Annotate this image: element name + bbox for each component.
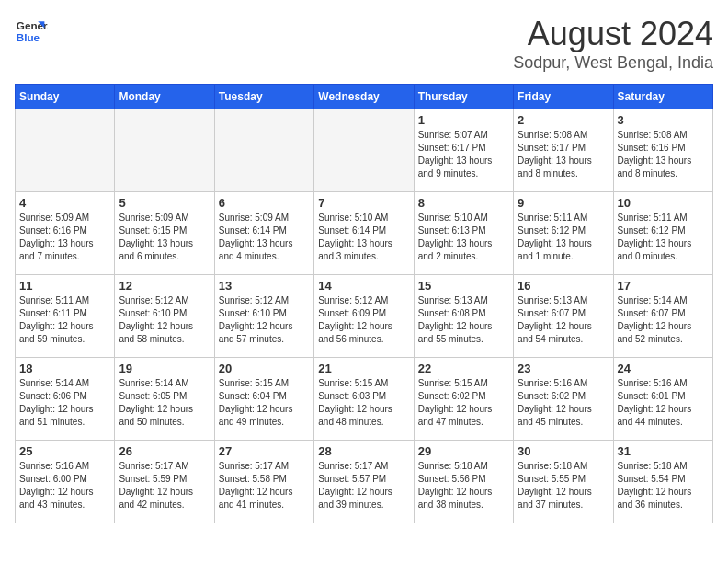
day-number: 13 <box>219 279 310 293</box>
calendar-cell: 18Sunrise: 5:14 AM Sunset: 6:06 PM Dayli… <box>16 358 115 441</box>
day-number: 2 <box>518 113 609 127</box>
column-header-thursday: Thursday <box>414 85 513 109</box>
column-header-monday: Monday <box>115 85 214 109</box>
calendar-cell <box>115 109 214 192</box>
day-number: 22 <box>418 362 509 375</box>
calendar-cell: 23Sunrise: 5:16 AM Sunset: 6:02 PM Dayli… <box>514 358 613 441</box>
day-info: Sunrise: 5:13 AM Sunset: 6:08 PM Dayligh… <box>418 294 509 346</box>
calendar-cell: 19Sunrise: 5:14 AM Sunset: 6:05 PM Dayli… <box>115 358 214 441</box>
day-info: Sunrise: 5:16 AM Sunset: 6:01 PM Dayligh… <box>618 377 709 429</box>
main-title: August 2024 <box>513 15 713 53</box>
day-info: Sunrise: 5:18 AM Sunset: 5:55 PM Dayligh… <box>518 460 609 511</box>
day-number: 17 <box>618 279 709 293</box>
day-info: Sunrise: 5:08 AM Sunset: 6:16 PM Dayligh… <box>618 129 709 180</box>
calendar-cell: 11Sunrise: 5:11 AM Sunset: 6:11 PM Dayli… <box>16 275 115 358</box>
calendar-cell: 26Sunrise: 5:17 AM Sunset: 5:59 PM Dayli… <box>115 441 214 523</box>
day-info: Sunrise: 5:09 AM Sunset: 6:16 PM Dayligh… <box>19 212 110 263</box>
calendar-cell <box>314 109 414 192</box>
day-number: 11 <box>19 279 110 293</box>
logo-icon: General Blue <box>15 15 48 48</box>
day-info: Sunrise: 5:10 AM Sunset: 6:13 PM Dayligh… <box>418 212 509 263</box>
calendar-cell: 15Sunrise: 5:13 AM Sunset: 6:08 PM Dayli… <box>414 275 513 358</box>
calendar-cell: 2Sunrise: 5:08 AM Sunset: 6:17 PM Daylig… <box>514 109 613 192</box>
calendar-cell: 28Sunrise: 5:17 AM Sunset: 5:57 PM Dayli… <box>314 441 414 523</box>
day-info: Sunrise: 5:17 AM Sunset: 5:58 PM Dayligh… <box>219 460 310 511</box>
day-info: Sunrise: 5:09 AM Sunset: 6:15 PM Dayligh… <box>119 212 210 263</box>
svg-text:Blue: Blue <box>17 31 40 43</box>
column-header-wednesday: Wednesday <box>314 85 414 109</box>
day-info: Sunrise: 5:11 AM Sunset: 6:12 PM Dayligh… <box>518 212 609 263</box>
day-number: 6 <box>219 196 310 210</box>
day-info: Sunrise: 5:08 AM Sunset: 6:17 PM Dayligh… <box>518 129 609 180</box>
calendar-cell: 10Sunrise: 5:11 AM Sunset: 6:12 PM Dayli… <box>613 192 712 275</box>
day-info: Sunrise: 5:12 AM Sunset: 6:09 PM Dayligh… <box>318 294 409 346</box>
day-info: Sunrise: 5:18 AM Sunset: 5:56 PM Dayligh… <box>418 460 509 511</box>
day-number: 31 <box>618 444 709 458</box>
day-info: Sunrise: 5:14 AM Sunset: 6:06 PM Dayligh… <box>19 377 110 429</box>
day-number: 28 <box>318 444 409 458</box>
week-row-4: 18Sunrise: 5:14 AM Sunset: 6:06 PM Dayli… <box>16 358 713 441</box>
day-info: Sunrise: 5:15 AM Sunset: 6:04 PM Dayligh… <box>219 377 310 429</box>
day-number: 29 <box>418 444 509 458</box>
calendar-cell: 1Sunrise: 5:07 AM Sunset: 6:17 PM Daylig… <box>414 109 513 192</box>
day-info: Sunrise: 5:16 AM Sunset: 6:00 PM Dayligh… <box>19 460 110 511</box>
day-number: 23 <box>518 362 609 375</box>
calendar-cell: 25Sunrise: 5:16 AM Sunset: 6:00 PM Dayli… <box>16 441 115 523</box>
calendar-cell: 24Sunrise: 5:16 AM Sunset: 6:01 PM Dayli… <box>613 358 712 441</box>
day-number: 5 <box>119 196 210 210</box>
calendar-cell <box>16 109 115 192</box>
week-row-5: 25Sunrise: 5:16 AM Sunset: 6:00 PM Dayli… <box>16 441 713 523</box>
calendar-cell: 16Sunrise: 5:13 AM Sunset: 6:07 PM Dayli… <box>514 275 613 358</box>
day-number: 8 <box>418 196 509 210</box>
day-number: 20 <box>219 362 310 375</box>
calendar-cell: 27Sunrise: 5:17 AM Sunset: 5:58 PM Dayli… <box>214 441 313 523</box>
calendar-cell: 9Sunrise: 5:11 AM Sunset: 6:12 PM Daylig… <box>514 192 613 275</box>
day-number: 19 <box>119 362 210 375</box>
day-number: 9 <box>518 196 609 210</box>
day-number: 16 <box>518 279 609 293</box>
day-number: 10 <box>618 196 709 210</box>
calendar-cell: 30Sunrise: 5:18 AM Sunset: 5:55 PM Dayli… <box>514 441 613 523</box>
day-number: 25 <box>19 444 110 458</box>
week-row-1: 1Sunrise: 5:07 AM Sunset: 6:17 PM Daylig… <box>16 109 713 192</box>
day-info: Sunrise: 5:12 AM Sunset: 6:10 PM Dayligh… <box>119 294 210 346</box>
day-info: Sunrise: 5:12 AM Sunset: 6:10 PM Dayligh… <box>219 294 310 346</box>
calendar-cell: 29Sunrise: 5:18 AM Sunset: 5:56 PM Dayli… <box>414 441 513 523</box>
week-row-2: 4Sunrise: 5:09 AM Sunset: 6:16 PM Daylig… <box>16 192 713 275</box>
day-info: Sunrise: 5:10 AM Sunset: 6:14 PM Dayligh… <box>318 212 409 263</box>
day-number: 27 <box>219 444 310 458</box>
calendar-cell: 4Sunrise: 5:09 AM Sunset: 6:16 PM Daylig… <box>16 192 115 275</box>
subtitle: Sodpur, West Bengal, India <box>513 53 713 73</box>
calendar-cell: 14Sunrise: 5:12 AM Sunset: 6:09 PM Dayli… <box>314 275 414 358</box>
calendar-cell: 22Sunrise: 5:15 AM Sunset: 6:02 PM Dayli… <box>414 358 513 441</box>
week-row-3: 11Sunrise: 5:11 AM Sunset: 6:11 PM Dayli… <box>16 275 713 358</box>
day-info: Sunrise: 5:18 AM Sunset: 5:54 PM Dayligh… <box>618 460 709 511</box>
day-info: Sunrise: 5:17 AM Sunset: 5:59 PM Dayligh… <box>119 460 210 511</box>
day-info: Sunrise: 5:07 AM Sunset: 6:17 PM Dayligh… <box>418 129 509 180</box>
calendar-cell: 20Sunrise: 5:15 AM Sunset: 6:04 PM Dayli… <box>214 358 313 441</box>
calendar-cell: 21Sunrise: 5:15 AM Sunset: 6:03 PM Dayli… <box>314 358 414 441</box>
day-number: 7 <box>318 196 409 210</box>
day-info: Sunrise: 5:13 AM Sunset: 6:07 PM Dayligh… <box>518 294 609 346</box>
calendar-cell: 5Sunrise: 5:09 AM Sunset: 6:15 PM Daylig… <box>115 192 214 275</box>
day-number: 15 <box>418 279 509 293</box>
calendar-cell: 17Sunrise: 5:14 AM Sunset: 6:07 PM Dayli… <box>613 275 712 358</box>
calendar-cell: 13Sunrise: 5:12 AM Sunset: 6:10 PM Dayli… <box>214 275 313 358</box>
column-header-sunday: Sunday <box>16 85 115 109</box>
calendar-table: SundayMondayTuesdayWednesdayThursdayFrid… <box>15 84 713 523</box>
day-number: 4 <box>19 196 110 210</box>
day-info: Sunrise: 5:14 AM Sunset: 6:07 PM Dayligh… <box>618 294 709 346</box>
calendar-cell: 7Sunrise: 5:10 AM Sunset: 6:14 PM Daylig… <box>314 192 414 275</box>
column-header-friday: Friday <box>514 85 613 109</box>
calendar-cell: 31Sunrise: 5:18 AM Sunset: 5:54 PM Dayli… <box>613 441 712 523</box>
title-section: August 2024 Sodpur, West Bengal, India <box>513 15 713 73</box>
calendar-header-row: SundayMondayTuesdayWednesdayThursdayFrid… <box>16 85 713 109</box>
column-header-saturday: Saturday <box>613 85 712 109</box>
day-number: 1 <box>418 113 509 127</box>
day-number: 18 <box>19 362 110 375</box>
day-info: Sunrise: 5:17 AM Sunset: 5:57 PM Dayligh… <box>318 460 409 511</box>
day-number: 14 <box>318 279 409 293</box>
day-info: Sunrise: 5:15 AM Sunset: 6:03 PM Dayligh… <box>318 377 409 429</box>
day-number: 21 <box>318 362 409 375</box>
calendar-cell: 12Sunrise: 5:12 AM Sunset: 6:10 PM Dayli… <box>115 275 214 358</box>
